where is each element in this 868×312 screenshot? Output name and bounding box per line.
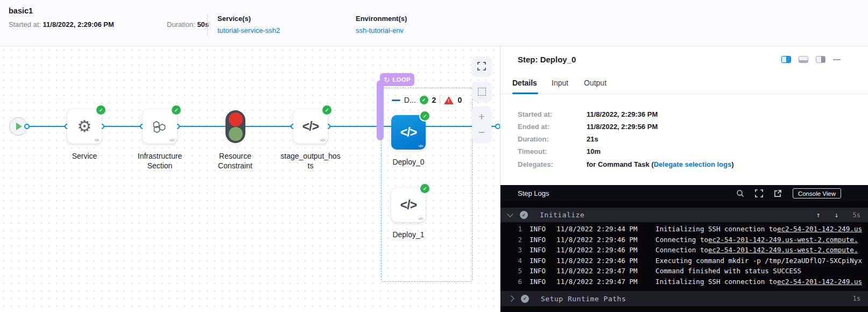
step-tabs: Details Input Output	[500, 76, 868, 94]
delegates-text: )	[731, 160, 733, 168]
minimize-panel-button[interactable]	[833, 59, 841, 60]
layout-bottom-button[interactable]	[799, 56, 808, 63]
log-line: 2 INFO 11/8/2022 2:29:46 PM Connecting t…	[500, 235, 868, 245]
log-line: 5 INFO 11/8/2022 2:29:47 PM Command fini…	[500, 266, 868, 276]
log-timestamp: 11/8/2022 2:29:46 PM	[556, 245, 640, 256]
traffic-green-light-icon	[229, 127, 243, 141]
log-line-number: 6	[500, 276, 522, 287]
fit-to-screen-button[interactable]	[472, 56, 491, 76]
detail-row-ended: Ended at: 11/8/2022, 2:29:56 PM	[500, 123, 868, 135]
marquee-icon	[478, 88, 486, 96]
run-header: basic1 Started at: 11/8/2022, 2:29:06 PM…	[0, 0, 868, 46]
detail-row-duration: Duration: 21s	[500, 135, 868, 147]
node-deploy-0[interactable]: </> </> ✓	[391, 115, 426, 150]
step-logs-title: Step Logs	[518, 189, 549, 197]
chevron-down-icon	[507, 211, 513, 217]
log-message: Executing command mkdir -p /tmp/Ie2aUDfl…	[655, 256, 862, 266]
section-check-icon: ✓	[520, 211, 528, 219]
log-section-setup-runtime-paths[interactable]: ✓ Setup Runtime Paths 1s	[500, 291, 868, 306]
delegates-text: for Command Task (	[587, 160, 654, 168]
code-icon: </>	[302, 119, 319, 134]
started-at-value: 11/8/2022, 2:29:06 PM	[43, 20, 114, 29]
scroll-top-icon[interactable]: ↑	[816, 211, 821, 219]
step-details-panel: Step: Deploy_0 Details Input Output Star…	[500, 46, 868, 312]
log-level: INFO	[530, 256, 546, 266]
code-corner-icon: </>	[320, 138, 325, 142]
node-resource-constraint[interactable]	[225, 110, 245, 143]
node-deploy-1[interactable]: </> </> ✓	[391, 188, 426, 222]
failed-count: 0	[457, 96, 462, 104]
started-at-label: Started at:	[9, 20, 41, 29]
log-line-number: 5	[500, 266, 522, 276]
code-icon: </>	[400, 198, 417, 212]
fullscreen-icon[interactable]	[755, 189, 764, 198]
tab-details[interactable]: Details	[512, 79, 537, 87]
detail-value: 21s	[587, 135, 598, 143]
log-level: INFO	[530, 235, 546, 245]
node-stage-output-hosts[interactable]: </> </> ✓	[293, 109, 328, 144]
success-count-icon: ✓	[420, 96, 428, 104]
log-level: INFO	[530, 276, 546, 287]
tab-input[interactable]: Input	[552, 79, 568, 87]
console-header: Step Logs Console View	[500, 185, 868, 202]
chevron-right-icon	[508, 295, 514, 301]
warning-icon: !	[444, 96, 454, 104]
log-timestamp: 11/8/2022 2:29:47 PM	[556, 276, 640, 287]
layout-right-button[interactable]	[816, 56, 825, 63]
log-level: INFO	[530, 224, 546, 235]
pipeline-canvas[interactable]: ⚙ </> ✓ Service </> ✓ Infrastructure Sec…	[0, 46, 500, 312]
console-view-button[interactable]: Console View	[793, 188, 841, 198]
collapse-icon[interactable]	[392, 100, 400, 101]
zoom-controls: + −	[472, 107, 491, 142]
active-tab-underline	[512, 93, 538, 94]
scroll-bottom-icon[interactable]: ↓	[835, 211, 839, 219]
tab-output[interactable]: Output	[584, 79, 606, 87]
log-line: 1 INFO 11/8/2022 2:29:44 PM Initializing…	[500, 224, 868, 235]
log-line-number: 3	[500, 245, 522, 256]
loop-header: D... ✓ 2 ! 0	[381, 96, 472, 104]
log-section-name: Initialize	[540, 211, 584, 219]
step-panel-title: Step: Deploy_0	[518, 55, 576, 64]
search-icon[interactable]	[736, 189, 745, 198]
detail-label: Started at:	[518, 110, 552, 118]
code-corner-icon: </>	[170, 138, 174, 142]
success-badge-icon: ✓	[420, 184, 429, 193]
detail-value: 10m	[587, 147, 601, 155]
log-level: INFO	[530, 245, 546, 256]
open-in-new-tab-icon[interactable]	[774, 189, 782, 198]
detail-label: Duration:	[518, 135, 549, 143]
console-header-actions: Console View	[736, 188, 841, 198]
loop-tag: ↻ LOOP	[380, 73, 414, 86]
detail-row-started: Started at: 11/8/2022, 2:29:36 PM	[500, 110, 868, 123]
zoom-out-button[interactable]: −	[478, 126, 485, 138]
node-label: Service	[52, 151, 117, 161]
log-level: INFO	[530, 266, 546, 276]
success-badge-icon: ✓	[172, 105, 181, 115]
started-at: Started at: 11/8/2022, 2:29:06 PM	[9, 20, 114, 29]
log-host-link[interactable]: ec2-54-201-142-249.us	[777, 224, 862, 235]
node-service[interactable]: ⚙ </> ✓	[67, 109, 102, 144]
section-duration: 5s	[853, 211, 860, 219]
warning-mark: !	[448, 98, 449, 103]
detail-value: 11/8/2022, 2:29:36 PM	[587, 110, 658, 118]
loop-tag-label: LOOP	[393, 76, 411, 83]
log-host-link[interactable]: ec2-54-201-142-249.us-west-2.compute.	[708, 245, 858, 256]
pipeline-name: basic1	[9, 6, 33, 15]
log-timestamp: 11/8/2022 2:29:46 PM	[556, 235, 640, 245]
delegate-selection-logs-link[interactable]: Delegate selection logs	[654, 160, 732, 168]
service-link[interactable]: tutorial-service-ssh2	[217, 26, 280, 34]
loop-step-name: D...	[404, 96, 416, 104]
success-count: 2	[432, 96, 436, 104]
marquee-select-button[interactable]	[472, 82, 491, 101]
connector-endpoint	[495, 124, 500, 129]
log-section-initialize[interactable]: ✓ Initialize ↑ ↓ 5s	[500, 208, 868, 222]
environment-link[interactable]: ssh-tutorial-env	[356, 26, 404, 34]
layout-split-right-button[interactable]	[781, 56, 791, 63]
log-timestamp: 11/8/2022 2:29:44 PM	[556, 224, 640, 235]
node-label: Infrastructure Section	[128, 151, 192, 171]
zoom-in-button[interactable]: +	[478, 111, 485, 122]
duration-label: Duration:	[167, 20, 195, 29]
log-host-link[interactable]: ec2-54-201-142-249.us-west-2.compute.	[708, 235, 858, 245]
log-host-link[interactable]: ec2-54-201-142-249.us	[777, 276, 862, 287]
node-infrastructure[interactable]: </> ✓	[143, 109, 177, 144]
